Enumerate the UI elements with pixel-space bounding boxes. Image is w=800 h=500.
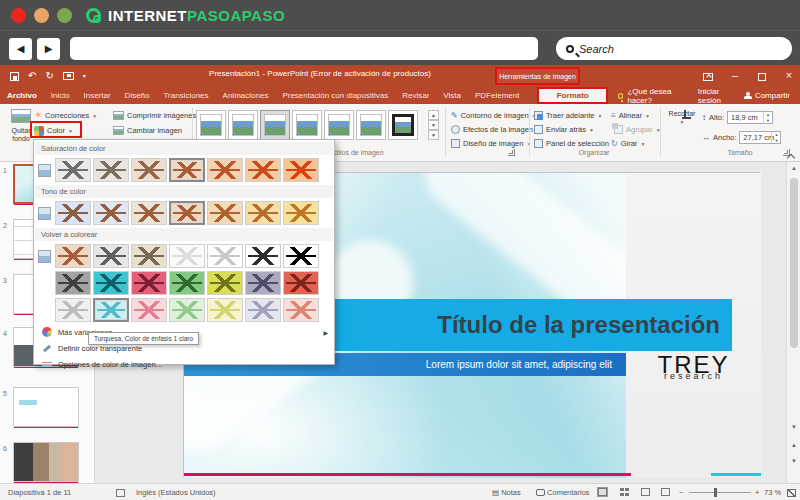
color-swatch[interactable] xyxy=(55,271,91,295)
picture-style-1[interactable] xyxy=(196,110,226,140)
tell-me-box[interactable]: ¿Qué desea hacer? xyxy=(608,87,698,104)
color-menu-item-3[interactable]: Opciones de color de imagen... xyxy=(34,356,334,372)
height-field[interactable]: 18,9 cm▲▼ xyxy=(727,111,773,124)
customize-qat-icon[interactable]: ▾ xyxy=(83,68,86,84)
picture-style-3[interactable] xyxy=(260,110,290,140)
tab-inicio[interactable]: Inicio xyxy=(44,87,77,104)
zoom-slider-thumb[interactable] xyxy=(714,488,717,497)
color-swatch[interactable] xyxy=(55,244,91,268)
color-swatch[interactable] xyxy=(131,244,167,268)
minimize-traffic-light[interactable] xyxy=(34,8,49,23)
color-swatch[interactable] xyxy=(283,271,319,295)
back-button[interactable]: ◀ xyxy=(9,38,32,60)
color-swatch[interactable] xyxy=(207,244,243,268)
accessibility-icon[interactable] xyxy=(116,488,125,498)
zoom-in-icon[interactable]: + xyxy=(755,488,759,497)
color-swatch[interactable] xyxy=(207,201,243,225)
next-slide-icon[interactable]: ▼ xyxy=(789,458,799,464)
scroll-down-icon[interactable]: ▼ xyxy=(789,424,799,430)
language-indicator[interactable]: Inglés (Estados Unidos) xyxy=(136,488,216,497)
color-swatch[interactable] xyxy=(283,298,319,322)
undo-icon[interactable]: ↶ xyxy=(28,68,36,84)
gallery-up-icon[interactable]: ▲ xyxy=(428,110,439,120)
color-swatch[interactable] xyxy=(283,244,319,268)
slideshow-view-icon[interactable] xyxy=(657,487,673,498)
picture-style-6[interactable] xyxy=(356,110,386,140)
restore-window-icon[interactable] xyxy=(754,69,770,81)
color-swatch[interactable] xyxy=(93,271,129,295)
color-swatch[interactable] xyxy=(207,158,243,182)
color-swatch[interactable] xyxy=(55,201,91,225)
minimize-window-icon[interactable]: – xyxy=(727,69,743,81)
corrections-button[interactable]: ☀ Correcciones▼ xyxy=(34,109,97,122)
picture-styles-launcher-icon[interactable] xyxy=(508,149,515,156)
reading-view-icon[interactable] xyxy=(637,487,653,498)
color-swatch[interactable] xyxy=(55,158,91,182)
close-traffic-light[interactable] xyxy=(11,8,26,23)
maximize-traffic-light[interactable] xyxy=(57,8,72,23)
slide-sorter-view-icon[interactable] xyxy=(616,487,632,498)
start-presentation-icon[interactable] xyxy=(63,72,74,80)
slide-counter[interactable]: Diapositiva 1 de 11 xyxy=(8,488,71,497)
color-swatch[interactable] xyxy=(283,158,319,182)
color-swatch[interactable] xyxy=(245,158,281,182)
color-swatch[interactable] xyxy=(245,298,281,322)
color-swatch[interactable] xyxy=(245,244,281,268)
picture-layout-button[interactable]: Diseño de imagen▼ xyxy=(451,137,531,150)
bring-forward-button[interactable]: Traer adelante▼ xyxy=(534,109,602,122)
picture-border-button[interactable]: ✎ Contorno de imagen▼ xyxy=(451,109,537,122)
gallery-down-icon[interactable]: ▼ xyxy=(428,120,439,130)
picture-style-5[interactable] xyxy=(324,110,354,140)
color-swatch[interactable] xyxy=(169,298,205,322)
change-picture-button[interactable]: Cambiar imagen xyxy=(113,124,182,137)
group-button[interactable]: Agrupar▼ xyxy=(611,123,661,136)
vertical-scrollbar[interactable]: ▲ ▼ ▲ ▼ xyxy=(786,162,800,483)
color-swatch[interactable] xyxy=(207,271,243,295)
color-swatch[interactable] xyxy=(131,298,167,322)
send-backward-button[interactable]: Enviar atrás▼ xyxy=(534,123,594,136)
picture-style-2[interactable] xyxy=(228,110,258,140)
picture-style-4[interactable] xyxy=(292,110,322,140)
picture-effects-button[interactable]: Efectos de la imagen▼ xyxy=(451,123,541,136)
tab-pdfelement[interactable]: PDFelement xyxy=(468,87,526,104)
tab-animaciones[interactable]: Animaciones xyxy=(216,87,276,104)
color-swatch[interactable] xyxy=(131,158,167,182)
zoom-level[interactable]: 73 % xyxy=(764,488,781,497)
color-button[interactable]: Color▼ xyxy=(34,124,73,137)
color-swatch[interactable] xyxy=(169,158,205,182)
redo-icon[interactable]: ↻ xyxy=(45,68,53,84)
collapse-ribbon-icon[interactable] xyxy=(787,154,795,162)
share-button[interactable]: Compartir xyxy=(744,91,790,100)
gallery-more-icon[interactable]: ▼ xyxy=(428,130,439,140)
tab-vista[interactable]: Vista xyxy=(436,87,468,104)
color-swatch[interactable] xyxy=(169,201,205,225)
color-swatch[interactable] xyxy=(131,271,167,295)
height-spinner[interactable]: ▲▼ xyxy=(763,112,772,123)
crop-button[interactable]: Recortar ▼ xyxy=(664,110,700,126)
width-spinner[interactable]: ▲▼ xyxy=(771,132,780,143)
slide-thumbnail-6[interactable] xyxy=(13,442,79,482)
previous-slide-icon[interactable]: ▲ xyxy=(789,442,799,448)
color-swatch[interactable] xyxy=(169,244,205,268)
tab-insertar[interactable]: Insertar xyxy=(76,87,117,104)
sign-in-link[interactable]: Iniciar sesión xyxy=(698,87,730,105)
compress-pictures-button[interactable]: Comprimir imágenes xyxy=(113,109,196,122)
align-button[interactable]: ≡ Alinear▼ xyxy=(611,109,650,122)
ribbon-display-options-icon[interactable] xyxy=(700,69,716,81)
color-swatch[interactable] xyxy=(245,201,281,225)
zoom-out-icon[interactable]: − xyxy=(679,488,683,497)
normal-view-icon[interactable] xyxy=(594,487,610,498)
width-field[interactable]: 27,17 cm▲▼ xyxy=(739,131,781,144)
color-swatch[interactable] xyxy=(245,271,281,295)
color-swatch[interactable] xyxy=(93,298,129,322)
zoom-slider-track[interactable] xyxy=(689,492,751,493)
color-swatch[interactable] xyxy=(93,244,129,268)
save-icon[interactable] xyxy=(10,72,19,81)
color-swatch[interactable] xyxy=(93,158,129,182)
tab-transiciones[interactable]: Transiciones xyxy=(157,87,216,104)
color-swatch[interactable] xyxy=(169,271,205,295)
tab-archivo[interactable]: Archivo xyxy=(0,87,44,104)
slide-title[interactable]: Título de la presentación xyxy=(437,299,720,351)
color-swatch[interactable] xyxy=(131,201,167,225)
fit-to-window-icon[interactable] xyxy=(787,488,796,498)
